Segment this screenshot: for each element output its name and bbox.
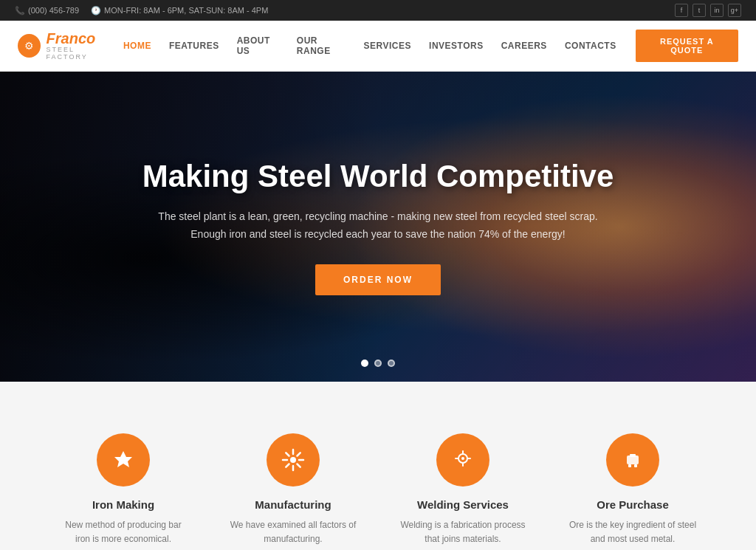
nav-features[interactable]: FEATURES (162, 36, 227, 55)
services-section: Iron Making New method of producing bar … (0, 382, 756, 550)
hero-content: Making Steel World Competitive The steel… (127, 158, 629, 295)
logo: ⚙ Franco STEEL FACTORY (18, 30, 116, 61)
phone-number: (000) 456-789 (28, 6, 79, 15)
ore-icon (606, 433, 659, 487)
svg-rect-5 (628, 464, 631, 467)
hero-dot-1[interactable] (361, 360, 368, 367)
googleplus-icon[interactable]: g+ (728, 4, 741, 17)
svg-point-2 (461, 457, 464, 460)
ore-desc: Ore is the key ingredient of steel and m… (567, 518, 698, 546)
hero-dot-3[interactable] (388, 360, 395, 367)
social-links: f t in g+ (675, 4, 741, 17)
welding-icon (436, 433, 489, 487)
service-iron-making: Iron Making New method of producing bar … (46, 419, 201, 550)
hero-section: Making Steel World Competitive The steel… (0, 72, 756, 382)
brand-name: Franco (47, 30, 116, 47)
facebook-icon[interactable]: f (675, 4, 688, 17)
svg-point-0 (290, 457, 296, 463)
brand-sub: STEEL FACTORY (47, 47, 116, 61)
service-ore: Ore Purchase Ore is the key ingredient o… (555, 419, 710, 550)
business-hours: MON-FRI: 8AM - 6PM, SAT-SUN: 8AM - 4PM (104, 6, 268, 15)
order-now-button[interactable]: ORDER NOW (315, 264, 441, 295)
top-bar: 📞 (000) 456-789 🕐 MON-FRI: 8AM - 6PM, SA… (0, 0, 756, 21)
nav-range[interactable]: OUR RANGE (289, 31, 354, 61)
clock-icon: 🕐 (91, 6, 101, 16)
svg-rect-4 (630, 454, 636, 457)
header: ⚙ Franco STEEL FACTORY HOME FEATURES ABO… (0, 21, 756, 72)
hero-description: The steel plant is a lean, green, recycl… (142, 208, 614, 244)
services-grid: Iron Making New method of producing bar … (46, 419, 710, 550)
logo-icon: ⚙ (18, 34, 41, 58)
twitter-icon[interactable]: t (693, 4, 706, 17)
phone-icon: 📞 (15, 6, 25, 16)
nav-careers[interactable]: CAREERS (494, 36, 554, 55)
hero-title: Making Steel World Competitive (142, 158, 614, 195)
service-manufacturing: Manufacturing We have examined all facto… (216, 419, 371, 550)
top-bar-left: 📞 (000) 456-789 🕐 MON-FRI: 8AM - 6PM, SA… (15, 6, 268, 16)
nav-services[interactable]: SERVICES (357, 36, 419, 55)
iron-making-title: Iron Making (58, 498, 189, 511)
service-welding: Welding Services Welding is a fabricatio… (385, 419, 540, 550)
manufacturing-icon (267, 433, 320, 487)
manufacturing-title: Manufacturing (227, 498, 359, 511)
manufacturing-desc: We have examined all factors of manufact… (227, 518, 359, 546)
nav-contacts[interactable]: CONTACTS (557, 36, 624, 55)
welding-title: Welding Services (397, 498, 529, 511)
hero-dot-2[interactable] (374, 360, 382, 367)
welding-desc: Welding is a fabrication process that jo… (397, 518, 529, 546)
request-quote-button[interactable]: REQUEST A QUOTE (636, 30, 738, 62)
iron-making-desc: New method of producing bar iron is more… (58, 518, 189, 546)
nav-home[interactable]: HOME (116, 36, 159, 55)
logo-text: Franco STEEL FACTORY (47, 30, 116, 61)
phone-info: 📞 (000) 456-789 (15, 6, 79, 16)
hero-dots (361, 360, 395, 367)
instagram-icon[interactable]: in (710, 4, 724, 17)
main-nav: HOME FEATURES ABOUT US OUR RANGE SERVICE… (116, 30, 738, 62)
nav-about[interactable]: ABOUT US (230, 31, 286, 61)
iron-making-icon (97, 433, 150, 487)
ore-title: Ore Purchase (567, 498, 698, 511)
hours-info: 🕐 MON-FRI: 8AM - 6PM, SAT-SUN: 8AM - 4PM (91, 6, 268, 16)
nav-investors[interactable]: INVESTORS (422, 36, 491, 55)
svg-rect-6 (634, 464, 637, 467)
